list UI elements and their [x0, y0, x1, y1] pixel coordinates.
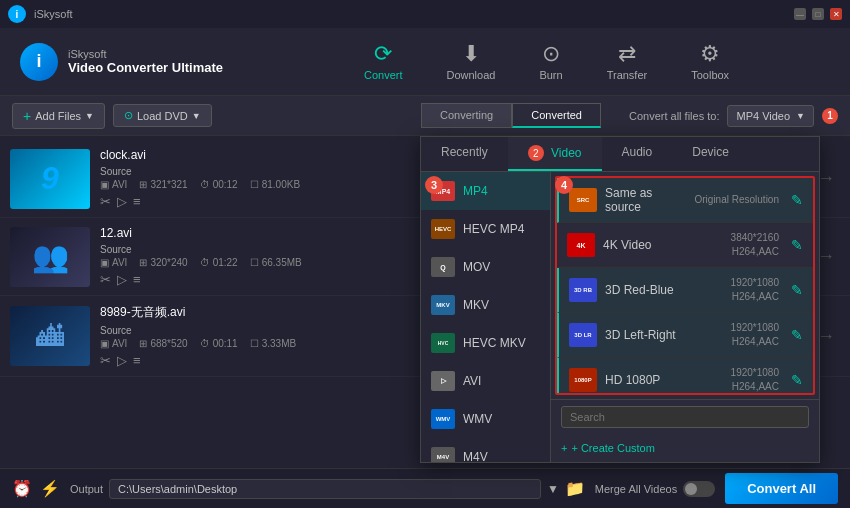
format-avi[interactable]: ▷ AVI [421, 362, 550, 400]
file-duration-2: ⏱ 01:22 [200, 257, 238, 268]
source-icon: SRC [569, 188, 597, 212]
format-mkv[interactable]: MKV MKV [421, 286, 550, 324]
hd1080-icon: 1080P [569, 368, 597, 392]
quality-res-same: Original Resolution [695, 193, 780, 207]
title-bar-left: i iSkysoft [8, 5, 73, 23]
tab-audio[interactable]: Audio [602, 137, 673, 171]
nav-download[interactable]: ⬇ Download [424, 35, 517, 89]
file-thumb-2: 👥 [10, 227, 90, 287]
create-custom-plus: + [561, 442, 567, 454]
transfer-icon: ⇄ [618, 43, 636, 65]
nav-burn[interactable]: ⊙ Burn [517, 35, 584, 89]
folder-icon[interactable]: 📁 [565, 479, 585, 498]
quality-3drb[interactable]: 3D RB 3D Red-Blue 1920*1080 H264,AAC ✎ [557, 268, 813, 313]
hevcmp4-icon: HEVC [431, 219, 455, 239]
mkv-icon: MKV [431, 295, 455, 315]
edit-icon-3drb[interactable]: ✎ [791, 282, 803, 298]
format-mkv-label: MKV [463, 298, 489, 312]
format-m4v-label: M4V [463, 450, 488, 462]
nav-toolbox-label: Toolbox [691, 69, 729, 81]
dropdown-arrow-output[interactable]: ▼ [547, 482, 559, 496]
tab-converted[interactable]: Converted [512, 103, 601, 128]
format-wmv-label: WMV [463, 412, 492, 426]
format-avi-label: AVI [463, 374, 481, 388]
nav-download-label: Download [446, 69, 495, 81]
format-hevmkv[interactable]: HVC HEVC MKV [421, 324, 550, 362]
hevmkv-icon: HVC [431, 333, 455, 353]
play-icon-3[interactable]: ▷ [117, 353, 127, 368]
lightning-icon[interactable]: ⚡ [40, 479, 60, 498]
play-icon-2[interactable]: ▷ [117, 272, 127, 287]
format-m4v[interactable]: M4V M4V [421, 438, 550, 462]
quality-res-hd1080: 1920*1080 H264,AAC [731, 366, 779, 394]
settings-icon-1[interactable]: ≡ [133, 194, 141, 209]
nav-toolbox[interactable]: ⚙ Toolbox [669, 35, 751, 89]
3drb-icon: 3D RB [569, 278, 597, 302]
create-custom-button[interactable]: + + Create Custom [551, 434, 819, 462]
4k-icon: 4K [567, 233, 595, 257]
bottom-bar: ⏰ ⚡ Output C:\Users\admin\Desktop ▼ 📁 Me… [0, 468, 850, 508]
step-4-badge: 4 [555, 176, 573, 194]
dropdown-body: 3 MP4 MP4 HEVC HEVC MP4 Q MOV MKV MKV [421, 172, 819, 462]
file-size-1: ☐ 81.00KB [250, 179, 300, 190]
load-dvd-label: Load DVD [137, 110, 188, 122]
burn-icon: ⊙ [542, 43, 560, 65]
add-files-button[interactable]: + Add Files ▼ [12, 103, 105, 129]
title-bar: i iSkysoft — □ ✕ [0, 0, 850, 28]
convert-all-value: MP4 Video [736, 110, 790, 122]
nav-items: ⟳ Convert ⬇ Download ⊙ Burn ⇄ Transfer ⚙… [263, 35, 830, 89]
quality-4k[interactable]: 4K 4K Video 3840*2160 H264,AAC ✎ [557, 223, 813, 268]
cut-icon-1[interactable]: ✂ [100, 194, 111, 209]
quality-same-source[interactable]: SRC Same as source Original Resolution ✎ [557, 178, 813, 223]
quality-label-3drb: 3D Red-Blue [605, 283, 723, 297]
file-thumb-3: 🏙 [10, 306, 90, 366]
select-arrow: ▼ [796, 111, 805, 121]
load-dvd-button[interactable]: ⊙ Load DVD ▼ [113, 104, 212, 127]
quality-3dlr[interactable]: 3D LR 3D Left-Right 1920*1080 H264,AAC ✎ [557, 313, 813, 358]
quality-hd1080[interactable]: 1080P HD 1080P 1920*1080 H264,AAC ✎ [557, 358, 813, 395]
play-icon-1[interactable]: ▷ [117, 194, 127, 209]
edit-icon-3dlr[interactable]: ✎ [791, 327, 803, 343]
tab-video[interactable]: 2 Video [508, 137, 602, 171]
format-mov[interactable]: Q MOV [421, 248, 550, 286]
nav-transfer[interactable]: ⇄ Transfer [585, 35, 670, 89]
quality-res-3drb: 1920*1080 H264,AAC [731, 276, 779, 304]
quality-label-same: Same as source [605, 186, 687, 214]
nav-convert[interactable]: ⟳ Convert [342, 35, 425, 89]
format-hevcmp4[interactable]: HEVC HEVC MP4 [421, 210, 550, 248]
tab-recently[interactable]: Recently [421, 137, 508, 171]
minimize-button[interactable]: — [794, 8, 806, 20]
quality-list-wrapper: SRC Same as source Original Resolution ✎… [555, 176, 815, 395]
search-bar [551, 399, 819, 434]
maximize-button[interactable]: □ [812, 8, 824, 20]
thumb-number-1: 9 [41, 160, 59, 197]
brand-logo: i [20, 43, 58, 81]
edit-icon-hd1080[interactable]: ✎ [791, 372, 803, 388]
clock-icon[interactable]: ⏰ [12, 479, 32, 498]
search-input[interactable] [561, 406, 809, 428]
tab-device[interactable]: Device [672, 137, 749, 171]
m4v-icon: M4V [431, 447, 455, 462]
cut-icon-3[interactable]: ✂ [100, 353, 111, 368]
create-custom-label: + Create Custom [571, 442, 654, 454]
format-wmv[interactable]: WMV WMV [421, 400, 550, 438]
settings-icon-2[interactable]: ≡ [133, 272, 141, 287]
merge-toggle[interactable] [683, 481, 715, 497]
convert-all-button[interactable]: Convert All [725, 473, 838, 504]
edit-icon-same[interactable]: ✎ [791, 192, 803, 208]
dvd-icon: ⊙ [124, 109, 133, 122]
format-mp4-label: MP4 [463, 184, 488, 198]
file-duration-3: ⏱ 00:11 [200, 338, 238, 349]
cut-icon-2[interactable]: ✂ [100, 272, 111, 287]
settings-icon-3[interactable]: ≡ [133, 353, 141, 368]
format-hevcmp4-label: HEVC MP4 [463, 222, 524, 236]
edit-icon-4k[interactable]: ✎ [791, 237, 803, 253]
toolbox-icon: ⚙ [700, 43, 720, 65]
merge-videos-group: Merge All Videos [595, 481, 715, 497]
toggle-knob [685, 483, 697, 495]
close-button[interactable]: ✕ [830, 8, 842, 20]
tab-converting[interactable]: Converting [421, 103, 512, 128]
file-resolution-2: ⊞ 320*240 [139, 257, 187, 268]
convert-all-select[interactable]: MP4 Video ▼ [727, 105, 814, 127]
file-size-2: ☐ 66.35MB [250, 257, 302, 268]
